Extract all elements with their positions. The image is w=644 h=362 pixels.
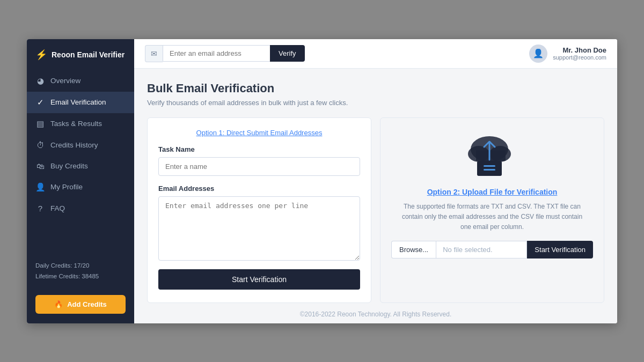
overview-icon: ◕ [35,76,45,86]
email-addresses-label: Email Addresses [158,184,360,193]
lifetime-credits: Lifetime Credits: 38485 [35,271,126,282]
user-email: support@reoon.com [553,54,606,61]
sidebar-item-label: Email Verification [50,98,106,106]
svg-rect-5 [477,161,502,176]
sidebar-item-label: Overview [50,77,80,85]
main-content: ✉ Verify 👤 Mr. Jhon Doe support@reoon.co… [134,39,617,323]
sidebar-item-my-profile[interactable]: 👤 My Profile [27,176,134,198]
add-credits-label: Add Credits [67,300,107,308]
svg-rect-6 [484,165,495,167]
user-name: Mr. Jhon Doe [553,46,606,54]
history-icon: ⏱ [35,141,45,150]
user-info: 👤 Mr. Jhon Doe support@reoon.com [529,45,606,63]
user-details: Mr. Jhon Doe support@reoon.com [553,46,606,61]
sidebar: ⚡ Reoon Email Verifier ◕ Overview ✓ Emai… [27,39,134,323]
sidebar-item-tasks-results[interactable]: ▤ Tasks & Results [27,113,134,135]
email-addresses-textarea[interactable] [158,196,360,261]
fire-icon: 🔥 [54,300,63,308]
sidebar-item-credits-history[interactable]: ⏱ Credits History [27,135,134,156]
quick-verify-bar: ✉ Verify [145,45,305,62]
browse-button[interactable]: Browse... [391,241,436,258]
option1-link[interactable]: Option 1: Direct Submit Email Addresses [158,129,360,137]
page-content: Bulk Email Verification Verify thousands… [134,69,617,323]
upload-illustration [460,129,524,179]
svg-rect-3 [476,150,506,161]
sidebar-item-label: Tasks & Results [50,120,102,128]
top-bar: ✉ Verify 👤 Mr. Jhon Doe support@reoon.co… [134,39,617,69]
credits-info: Daily Credits: 17/20 Lifetime Credits: 3… [27,253,134,289]
footer: ©2016-2022 Reoon Technology. All Rights … [147,303,604,323]
content-grid: Option 1: Direct Submit Email Addresses … [147,117,604,303]
faq-icon: ? [35,204,45,213]
check-icon: ✓ [35,98,45,107]
start-verification-button-1[interactable]: Start Verification [158,269,360,290]
svg-rect-7 [484,169,495,171]
sidebar-item-label: FAQ [50,204,65,212]
email-icon: ✉ [145,45,163,62]
page-title: Bulk Email Verification [147,82,604,95]
quick-verify-button[interactable]: Verify [270,45,305,62]
sidebar-item-buy-credits[interactable]: 🛍 Buy Credits [27,156,134,176]
sidebar-item-label: Credits History [50,141,98,149]
bolt-icon: ⚡ [35,49,47,61]
profile-icon: 👤 [35,182,45,192]
brand: ⚡ Reoon Email Verifier [27,39,134,70]
sidebar-item-label: My Profile [50,183,83,191]
quick-email-input[interactable] [163,45,270,62]
sidebar-item-label: Buy Credits [50,162,88,170]
sidebar-item-overview[interactable]: ◕ Overview [27,70,134,92]
option1-card: Option 1: Direct Submit Email Addresses … [147,117,371,303]
daily-credits: Daily Credits: 17/20 [35,261,126,271]
task-name-label: Task Name [158,145,360,153]
option2-link[interactable]: Option 2: Upload File for Verification [427,188,558,196]
tasks-icon: ▤ [35,119,45,129]
avatar: 👤 [529,45,547,63]
add-credits-button[interactable]: 🔥 Add Credits [35,295,126,314]
sidebar-item-faq[interactable]: ? FAQ [27,198,134,219]
option2-card: Option 2: Upload File for Verification T… [380,117,604,303]
task-name-input[interactable] [158,157,360,176]
brand-name: Reoon Email Verifier [52,50,125,59]
buy-icon: 🛍 [35,161,45,171]
start-verification-button-2[interactable]: Start Verification [527,241,593,258]
sidebar-item-email-verification[interactable]: ✓ Email Verification [27,92,134,113]
file-upload-row: Browse... No file selected. Start Verifi… [391,241,593,258]
file-name-display: No file selected. [436,241,527,258]
page-subtitle: Verify thousands of email addresses in b… [147,99,604,107]
sidebar-nav: ◕ Overview ✓ Email Verification ▤ Tasks … [27,70,134,254]
option2-description: The supported file formats are TXT and C… [401,202,583,233]
